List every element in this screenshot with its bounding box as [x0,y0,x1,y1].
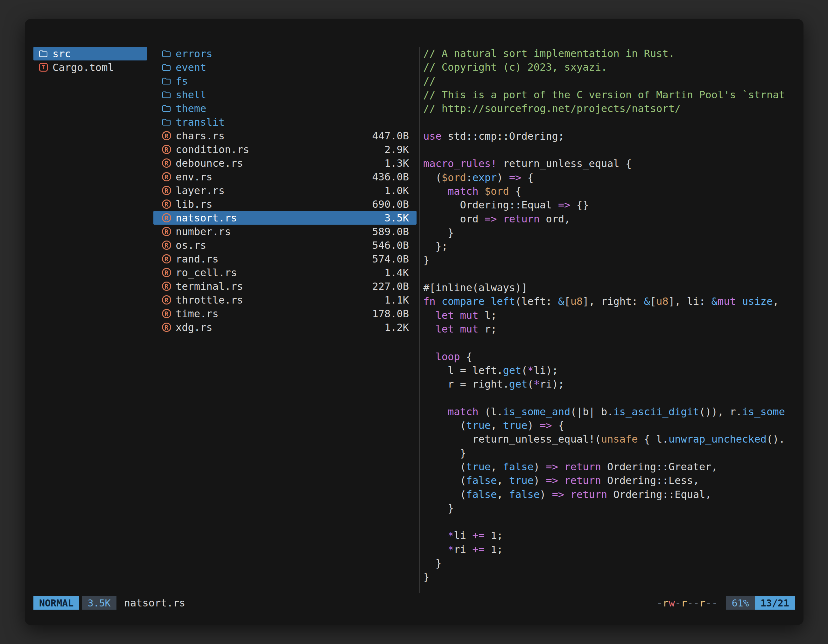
dir-row[interactable]: fs [154,74,417,88]
item-label: theme [176,102,206,114]
dir-row[interactable]: translit [154,115,417,129]
dir-row[interactable]: shell [154,88,417,102]
item-label: errors [176,48,213,60]
rust-file-icon: R [161,199,172,210]
file-row[interactable]: Rnatsort.rs3.5K [154,211,417,225]
file-row[interactable]: Rtime.rs178.0B [154,307,417,320]
code-line: (true, false) => return Ordering::Greate… [423,460,802,474]
item-label: fs [176,75,188,87]
item-label: throttle.rs [176,294,243,306]
item-size: 1.3K [384,157,409,169]
mode-badge: NORMAL [33,596,79,610]
code-line: } [423,501,802,515]
folder-icon [161,103,172,114]
file-row[interactable]: TCargo.toml [33,60,147,74]
item-label: ro_cell.rs [176,266,237,279]
item-label: rand.rs [176,253,219,265]
code-line: } [423,447,802,460]
code-line: } [423,226,802,240]
code-line [423,116,802,129]
rust-file-icon: R [161,240,172,251]
rust-file-icon: R [161,254,172,265]
code-line: (true, true) => { [423,419,802,432]
item-label: natsort.rs [176,212,237,224]
code-line: macro_rules! return_unless_equal { [423,157,802,171]
code-line: match (l.is_some_and(|b| b.is_ascii_digi… [423,405,802,419]
dir-row[interactable]: theme [154,102,417,115]
rust-file-icon: R [161,171,172,182]
code-line: ($ord:expr) => { [423,171,802,185]
item-label: chars.rs [176,130,225,142]
file-row[interactable]: Rdebounce.rs1.3K [154,156,417,170]
rust-file-icon: R [161,267,172,278]
item-label: env.rs [176,171,213,183]
rust-file-icon: R [161,226,172,237]
preview-percent-badge: 61% [726,596,755,610]
item-label: src [52,48,71,60]
folder-icon [161,62,172,73]
code-line: match $ord { [423,185,802,198]
code-line: } [423,556,802,570]
code-line: r = right.get(*ri); [423,378,802,391]
folder-icon [161,49,172,59]
code-line: // A natural sort implementation in Rust… [423,47,802,60]
item-size: 1.0K [384,185,409,197]
item-size: 1.2K [384,321,409,334]
code-line: }; [423,240,802,253]
item-size: 447.0B [372,130,409,142]
file-row[interactable]: Rcondition.rs2.9K [154,143,417,156]
item-label: condition.rs [176,144,249,155]
item-size: 1.4K [384,266,409,279]
file-row[interactable]: Ros.rs546.0B [154,238,417,252]
rust-file-icon: R [161,185,172,196]
status-right-group: -rw-r--r-- 61% 13/21 [657,596,795,610]
rust-file-icon: R [161,322,172,333]
item-label: number.rs [176,226,231,238]
code-line: } [423,570,802,584]
folder-icon [161,117,172,128]
code-line: // This is a port of the C version of Ma… [423,88,802,102]
file-row[interactable]: Rrand.rs574.0B [154,252,417,266]
folder-icon [161,89,172,100]
code-line: // Copyright (c) 2023, sxyazi. [423,60,802,74]
code-line: #[inline(always)] [423,281,802,295]
folder-icon [38,49,49,59]
rust-file-icon: R [161,213,172,223]
pane-divider [419,47,420,593]
dir-row[interactable]: errors [154,47,417,60]
item-size: 1.1K [384,294,409,306]
rust-file-icon: R [161,295,172,306]
code-line: use std::cmp::Ordering; [423,130,802,143]
file-size-badge: 3.5K [82,596,116,610]
rust-file-icon: R [161,158,172,169]
preview-pane: // A natural sort implementation in Rust… [423,47,802,584]
file-row[interactable]: Rchars.rs447.0B [154,129,417,143]
permissions: -rw-r--r-- [657,597,718,609]
code-line: // [423,74,802,88]
dir-row[interactable]: src [33,47,147,60]
file-row[interactable]: Rthrottle.rs1.1K [154,293,417,307]
rust-file-icon: R [161,281,172,292]
file-row[interactable]: Rro_cell.rs1.4K [154,266,417,279]
file-row[interactable]: Rlib.rs690.0B [154,197,417,211]
item-size: 436.0B [372,171,409,183]
rust-file-icon: R [161,144,172,155]
status-file-name: natsort.rs [124,597,185,609]
file-row[interactable]: Rterminal.rs227.0B [154,279,417,293]
dir-row[interactable]: event [154,60,417,74]
item-label: layer.rs [176,185,225,197]
file-row[interactable]: Rlayer.rs1.0K [154,183,417,197]
file-row[interactable]: Renv.rs436.0B [154,170,417,183]
rust-file-icon: R [161,130,172,141]
code-line: *li += 1; [423,529,802,542]
item-size: 589.0B [372,226,409,238]
item-size: 3.5K [384,212,409,224]
code-line: let mut l; [423,309,802,322]
item-label: lib.rs [176,198,213,210]
code-line: let mut r; [423,322,802,336]
code-line: } [423,253,802,267]
code-line: ord => return ord, [423,212,802,226]
file-row[interactable]: Rxdg.rs1.2K [154,320,417,334]
item-label: time.rs [176,308,219,320]
file-row[interactable]: Rnumber.rs589.0B [154,225,417,238]
